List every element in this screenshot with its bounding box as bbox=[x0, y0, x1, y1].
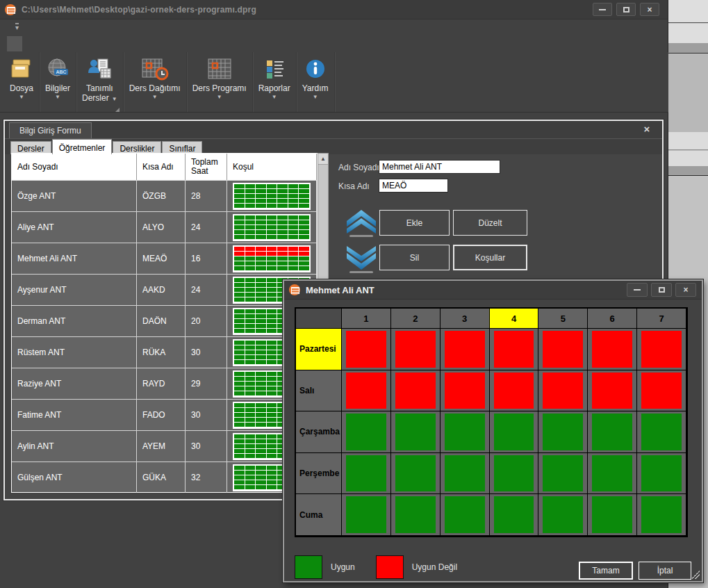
table-row[interactable]: Mehmet Ali ANTMEAÖ16 bbox=[12, 243, 317, 274]
hour-header-5[interactable]: 5 bbox=[538, 309, 588, 329]
ribbon-button-yard-m[interactable]: Yardım▼ bbox=[297, 52, 335, 112]
quick-access-dropdown-icon[interactable]: ▾ bbox=[15, 23, 19, 31]
move-down-button[interactable] bbox=[345, 246, 377, 279]
slot-pazartesi-7[interactable] bbox=[637, 329, 686, 370]
slot-per-embe-5[interactable] bbox=[538, 453, 588, 495]
short-name-input[interactable] bbox=[379, 179, 448, 193]
slot-ar-amba-2[interactable] bbox=[391, 411, 441, 453]
table-row[interactable]: Gülşen ANTGÜKA32 bbox=[12, 462, 317, 493]
close-button[interactable]: × bbox=[640, 3, 659, 16]
dialog-title: Mehmet Ali ANT bbox=[306, 285, 374, 295]
ribbon-group-launcher-icon[interactable] bbox=[115, 108, 120, 112]
move-up-button[interactable] bbox=[345, 210, 377, 243]
hour-header-7[interactable]: 7 bbox=[637, 309, 686, 329]
slot-per-embe-1[interactable] bbox=[342, 453, 391, 495]
slot-sal-3[interactable] bbox=[441, 370, 490, 412]
dialog-minimize-button[interactable] bbox=[627, 283, 648, 297]
slot-sal-5[interactable] bbox=[538, 370, 588, 412]
slot-ar-amba-6[interactable] bbox=[588, 411, 637, 453]
dialog-titlebar[interactable]: Mehmet Ali ANT × bbox=[284, 281, 702, 300]
day-header-pazartesi[interactable]: Pazartesi bbox=[296, 329, 342, 370]
table-row[interactable]: Ayşenur ANTAAKD24 bbox=[12, 274, 317, 305]
table-row[interactable]: Derman ANTDAÖN20 bbox=[12, 305, 317, 336]
slot-ar-amba-7[interactable] bbox=[637, 411, 686, 453]
mini-cell bbox=[245, 319, 256, 323]
report-icon bbox=[263, 56, 286, 81]
slot-cuma-2[interactable] bbox=[391, 494, 441, 536]
ribbon-button-tan-ml-dersler[interactable]: TanımlıDersler▼ bbox=[76, 52, 124, 112]
table-row[interactable]: Raziye ANTRAYD29 bbox=[12, 368, 317, 399]
mini-cell bbox=[267, 278, 277, 282]
delete-button[interactable]: Sil bbox=[379, 245, 450, 270]
cancel-button[interactable]: İptal bbox=[639, 562, 691, 580]
tab-retmenler[interactable]: Öğretmenler bbox=[52, 139, 113, 154]
slot-ar-amba-4[interactable] bbox=[490, 411, 539, 453]
day-header-ar-amba[interactable]: Çarşamba bbox=[296, 411, 342, 453]
slot-sal-7[interactable] bbox=[637, 370, 686, 412]
slot-sal-2[interactable] bbox=[391, 370, 441, 412]
slot-cuma-3[interactable] bbox=[441, 494, 490, 536]
add-button[interactable]: Ekle bbox=[379, 210, 450, 236]
table-row[interactable]: Aliye ANTALYO24 bbox=[12, 211, 317, 243]
edit-button[interactable]: Düzelt bbox=[453, 210, 527, 236]
slot-cuma-1[interactable] bbox=[342, 494, 391, 536]
hour-header-4[interactable]: 4 bbox=[490, 309, 539, 329]
mini-cell bbox=[256, 475, 266, 480]
hour-header-3[interactable]: 3 bbox=[441, 309, 490, 329]
name-input[interactable] bbox=[379, 160, 500, 174]
mini-cell bbox=[267, 199, 277, 203]
hour-header-6[interactable]: 6 bbox=[588, 309, 637, 329]
slot-pazartesi-2[interactable] bbox=[391, 329, 441, 370]
ribbon-button-raporlar[interactable]: Raporlar▼ bbox=[253, 52, 297, 112]
slot-pazartesi-6[interactable] bbox=[588, 329, 637, 370]
slot-per-embe-4[interactable] bbox=[490, 453, 539, 495]
day-header-cuma[interactable]: Cuma bbox=[296, 494, 342, 536]
slot-sal-4[interactable] bbox=[490, 370, 539, 412]
form-close-icon[interactable]: × bbox=[640, 123, 654, 135]
slot-pazartesi-5[interactable] bbox=[538, 329, 588, 370]
slot-cuma-5[interactable] bbox=[538, 494, 588, 536]
mini-cell bbox=[256, 350, 266, 354]
table-row[interactable]: Özge ANTÖZGB28 bbox=[12, 180, 317, 211]
ribbon-button-ders-program[interactable]: Ders Programı▼ bbox=[187, 52, 253, 112]
slot-per-embe-6[interactable] bbox=[588, 453, 637, 495]
slot-pazartesi-3[interactable] bbox=[441, 329, 490, 370]
slot-cuma-4[interactable] bbox=[490, 494, 539, 536]
dialog-maximize-button[interactable] bbox=[651, 283, 672, 297]
dialog-close-button[interactable]: × bbox=[675, 283, 696, 297]
mini-cell bbox=[256, 355, 266, 359]
resize-grip[interactable] bbox=[691, 571, 700, 579]
calendar-icon bbox=[206, 56, 233, 81]
scroll-up-icon[interactable]: ▲ bbox=[318, 154, 328, 165]
slot-sal-1[interactable] bbox=[342, 370, 391, 412]
hour-header-1[interactable]: 1 bbox=[342, 309, 391, 329]
minimize-button[interactable] bbox=[593, 3, 612, 16]
maximize-button[interactable] bbox=[616, 3, 636, 16]
table-row[interactable]: Fatime ANTFADO30 bbox=[12, 399, 317, 430]
ok-button[interactable]: Tamam bbox=[579, 562, 633, 580]
slot-ar-amba-3[interactable] bbox=[441, 411, 490, 453]
main-titlebar[interactable]: C:\Users\Mehmet\Desktop\gazi-ornek-ders-… bbox=[0, 0, 668, 19]
hour-header-2[interactable]: 2 bbox=[391, 309, 441, 329]
slot-pazartesi-4[interactable] bbox=[490, 329, 539, 370]
table-row[interactable]: Rüstem ANTRÜKA30 bbox=[12, 336, 317, 368]
slot-per-embe-2[interactable] bbox=[391, 453, 441, 495]
ribbon-button-bilgiler[interactable]: ABCBilgiler▼ bbox=[40, 52, 76, 112]
table-row[interactable]: Aylin ANTAYEM30 bbox=[12, 430, 317, 462]
slot-cuma-6[interactable] bbox=[588, 494, 637, 536]
day-header-per-embe[interactable]: Perşembe bbox=[296, 453, 342, 495]
slot-per-embe-3[interactable] bbox=[441, 453, 490, 495]
conditions-button[interactable]: Koşullar bbox=[453, 245, 527, 270]
slot-per-embe-7[interactable] bbox=[637, 453, 686, 495]
ribbon-button-ders-da-t-m[interactable]: Ders Dağıtımı▼ bbox=[124, 52, 187, 112]
slot-sal-6[interactable] bbox=[588, 370, 637, 412]
slot-pazartesi-1[interactable] bbox=[342, 329, 391, 370]
slot-cuma-7[interactable] bbox=[637, 494, 686, 536]
ribbon-button-dosya[interactable]: Dosya▼ bbox=[4, 52, 40, 112]
slot-ar-amba-5[interactable] bbox=[538, 411, 588, 453]
slot-ar-amba-1[interactable] bbox=[342, 411, 391, 453]
day-header-sal[interactable]: Salı bbox=[296, 370, 342, 412]
mini-cell bbox=[234, 230, 245, 234]
form-titlebar[interactable]: Bilgi Giriş Formu × bbox=[5, 121, 662, 139]
cell-total-hours: 20 bbox=[186, 305, 227, 336]
